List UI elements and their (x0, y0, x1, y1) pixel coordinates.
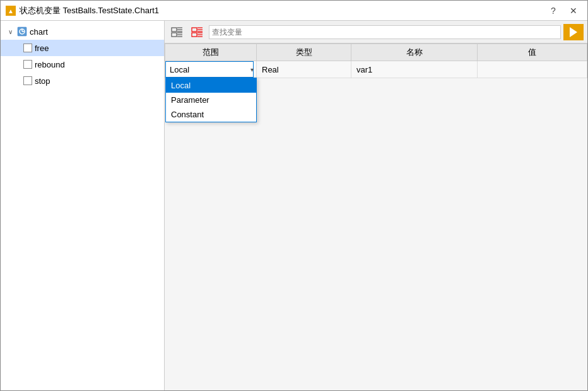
title-bar-left: ▲ 状态机变量 TestBalls.TestState.Chart1 (6, 5, 159, 16)
dropdown-item-parameter[interactable]: Parameter (166, 93, 256, 107)
stop-label: stop (35, 76, 50, 86)
window-title: 状态机变量 TestBalls.TestState.Chart1 (20, 5, 159, 16)
go-button[interactable] (563, 24, 584, 40)
name-cell: var1 (351, 61, 478, 78)
svg-rect-7 (172, 33, 177, 37)
tree-root-chart[interactable]: ∨ chart (1, 23, 164, 40)
table-container: 范围 类型 名称 值 Local Pa (165, 44, 587, 390)
col-header-name: 名称 (351, 44, 478, 61)
variables-table: 范围 类型 名称 值 Local Pa (165, 44, 587, 78)
tree-children: free rebound stop (1, 40, 164, 89)
title-controls: ? ✕ (544, 4, 582, 18)
state-icon-rebound (23, 60, 32, 69)
sidebar: ∨ chart free (1, 21, 165, 390)
dropdown-item-constant[interactable]: Constant (166, 107, 256, 122)
scope-dropdown: Local Parameter Constant (165, 78, 257, 122)
scope-cell: Local Parameter Constant ▾ Local Paramet… (165, 61, 257, 78)
chart-label: chart (30, 27, 48, 37)
toolbar (165, 21, 587, 44)
title-bar: ▲ 状态机变量 TestBalls.TestState.Chart1 ? ✕ (1, 1, 587, 21)
free-label: free (35, 44, 49, 53)
close-button[interactable]: ✕ (565, 4, 582, 18)
add-variable-button[interactable] (168, 24, 186, 40)
table-row: Local Parameter Constant ▾ Local Paramet… (165, 61, 587, 78)
state-icon-free (23, 44, 32, 52)
rebound-label: rebound (35, 60, 65, 69)
dropdown-item-local[interactable]: Local (166, 78, 256, 93)
type-cell: Real (257, 61, 351, 78)
scope-select[interactable]: Local Parameter Constant (165, 61, 254, 78)
svg-rect-15 (192, 33, 197, 37)
svg-rect-14 (192, 28, 197, 32)
svg-text:▲: ▲ (8, 8, 14, 15)
app-icon: ▲ (6, 6, 16, 16)
col-header-type: 类型 (257, 44, 351, 61)
tree-toggle-icon: ∨ (6, 28, 15, 35)
svg-rect-6 (172, 28, 177, 32)
main-panel: 范围 类型 名称 值 Local Pa (165, 21, 587, 390)
tree-item-free[interactable]: free (1, 40, 164, 56)
state-icon-stop (23, 76, 32, 85)
chart-icon (17, 26, 27, 37)
tree-item-stop[interactable]: stop (1, 73, 164, 89)
main-window: ▲ 状态机变量 TestBalls.TestState.Chart1 ? ✕ ∨ (0, 0, 588, 391)
help-button[interactable]: ? (544, 4, 562, 18)
value-cell (478, 61, 587, 78)
col-header-value: 值 (478, 44, 587, 61)
search-input[interactable] (209, 25, 561, 39)
remove-variable-button[interactable] (189, 24, 206, 40)
content-area: ∨ chart free (1, 21, 587, 390)
col-header-scope: 范围 (165, 44, 257, 61)
tree-item-rebound[interactable]: rebound (1, 56, 164, 73)
scope-select-wrapper: Local Parameter Constant ▾ Local Paramet… (165, 61, 256, 78)
go-arrow-icon (570, 27, 577, 37)
